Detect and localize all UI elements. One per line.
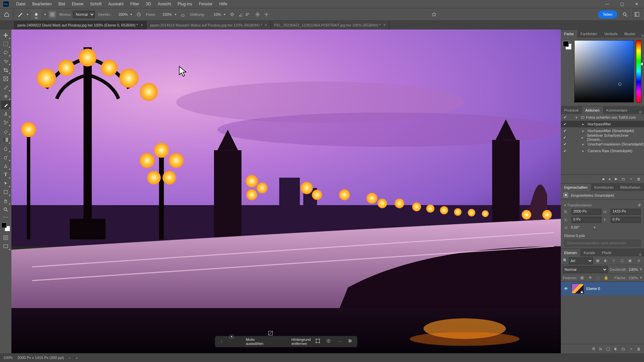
layer-name[interactable]: Ebene 0 — [586, 287, 600, 291]
angle-icon[interactable] — [237, 11, 245, 18]
pen-tool[interactable] — [1, 162, 11, 170]
lock-pixels-icon[interactable]: ▦ — [579, 276, 585, 280]
marquee-tool[interactable] — [1, 40, 11, 48]
chevron-down-icon[interactable]: ▾ — [640, 267, 642, 272]
brush-dropdown[interactable]: ▾ — [43, 12, 47, 17]
workspace-icon[interactable] — [633, 10, 641, 19]
opacity-dropdown[interactable]: ▾ — [129, 12, 134, 17]
action-row[interactable]: ✔▸ Unscharf maskieren (Smartobjekt) — [561, 141, 644, 147]
tab-kommentare[interactable]: Kommentare — [603, 107, 631, 114]
menu-plugins[interactable]: Plug-ins — [174, 2, 196, 6]
layer-thumbnail[interactable]: ▣ — [572, 284, 584, 294]
doc-tab-3[interactable]: PXL_20230422_122623454.PORTRAIT.jpg bei … — [271, 21, 389, 29]
brush-tool[interactable] — [1, 101, 11, 109]
action-row[interactable]: ✔▸ Selektiver Scharfzeichner (Smarto… — [561, 134, 644, 141]
panel-color-swatch[interactable] — [563, 41, 572, 50]
select-subject-button[interactable]: Motiv auswählen — [229, 334, 264, 349]
canvas-area[interactable]: ⋮ Motiv auswählen Hintergrund entfernen … — [11, 29, 561, 353]
filter-pixel-icon[interactable]: ▦ — [594, 257, 601, 264]
maximize-button[interactable]: ▢ — [614, 0, 629, 8]
action-row[interactable]: ✔▸ Hochpassfilter (Smartobjekt) — [561, 127, 644, 134]
menu-bearbeiten[interactable]: Bearbeiten — [29, 2, 55, 6]
menu-fenster[interactable]: Fenster — [196, 2, 216, 6]
layer-row[interactable]: 👁 ▣ Ebene 0 — [561, 282, 644, 295]
menu-hilfe[interactable]: Hilfe — [216, 2, 231, 6]
menu-filter[interactable]: Filter — [127, 2, 143, 6]
hand-tool[interactable] — [1, 196, 11, 205]
menu-auswahl[interactable]: Auswahl — [105, 2, 127, 6]
tab-protokoll[interactable]: Protokoll — [561, 107, 582, 114]
chevron-right-icon[interactable]: ▸ — [582, 122, 586, 126]
frame-tool[interactable] — [1, 74, 11, 83]
panel-menu-icon[interactable]: ≡ — [639, 34, 644, 38]
flow-dropdown[interactable]: ▾ — [173, 12, 178, 17]
adjustment-icon[interactable]: ◐ — [614, 347, 618, 351]
tab-pfade[interactable]: Pfade — [598, 249, 615, 256]
blend-mode-select[interactable]: Normal — [563, 266, 608, 273]
search-icon[interactable] — [621, 10, 629, 19]
generative-fill-icon[interactable] — [326, 339, 332, 345]
transform-icon[interactable] — [315, 339, 321, 345]
panel-menu-icon[interactable]: ≡ — [637, 252, 644, 256]
heal-tool[interactable] — [1, 92, 11, 101]
tool-preset-dropdown[interactable]: ▾ — [25, 12, 30, 17]
filter-type-icon[interactable]: T — [610, 257, 617, 264]
flip-h-icon[interactable]: ▾ — [594, 225, 596, 230]
play-icon[interactable]: ▶ — [615, 177, 618, 181]
menu-ansicht[interactable]: Ansicht — [154, 2, 174, 6]
smoothing-gear-icon[interactable] — [228, 11, 236, 18]
quick-mask-icon[interactable] — [1, 233, 11, 242]
chevron-down-icon[interactable]: ▾ — [576, 115, 580, 120]
shape-tool[interactable] — [1, 188, 11, 196]
panel-menu-icon[interactable]: ≡ — [637, 110, 644, 114]
lock-artboard-icon[interactable]: ⬚ — [595, 276, 601, 280]
layer-opacity-value[interactable]: 100% — [629, 267, 638, 272]
tab-aktionen[interactable]: Aktionen — [582, 107, 603, 114]
document-canvas[interactable]: ⋮ Motiv auswählen Hintergrund entfernen … — [11, 29, 561, 353]
share-button[interactable]: Teilen — [598, 10, 617, 18]
filter-smart-icon[interactable]: ▣ — [627, 257, 633, 264]
close-icon[interactable]: × — [141, 23, 143, 27]
fill-value[interactable]: 100% — [629, 276, 638, 280]
reset-icon[interactable]: ↺ — [638, 203, 641, 207]
width-input[interactable]: 2000 Px — [572, 209, 601, 215]
new-action-icon[interactable]: ＋ — [629, 176, 633, 181]
action-set-row[interactable]: ✔ ▾ 🗀 Fotos schärfen von TutKit.com — [561, 114, 644, 121]
eraser-tool[interactable] — [1, 127, 11, 135]
link-icon[interactable]: ⧉ — [592, 347, 595, 351]
height-input[interactable]: 1415 Px — [611, 209, 641, 215]
smoothing-value[interactable]: 10% — [206, 12, 221, 16]
tab-bibliotheken[interactable]: Bibliotheken — [617, 184, 644, 191]
comment-icon[interactable] — [430, 11, 438, 18]
group-icon[interactable]: 🗀 — [622, 347, 625, 351]
angle-value[interactable]: 0° — [246, 12, 250, 16]
menu-datei[interactable]: Datei — [13, 2, 29, 6]
lasso-tool[interactable] — [1, 48, 11, 57]
trash-icon[interactable]: 🗑 — [637, 347, 641, 351]
mode-select[interactable]: Normal — [73, 11, 95, 18]
toggle-icon[interactable]: ✔ — [562, 115, 568, 120]
tab-eigenschaften[interactable]: Eigenschaften — [561, 184, 591, 191]
edit-toolbar[interactable]: ⋯ — [1, 214, 11, 220]
dodge-tool[interactable] — [1, 153, 11, 162]
minimize-button[interactable]: — — [600, 0, 614, 8]
doc-dimensions[interactable]: 2000 Px x 1415 Px (300 ppi) — [17, 356, 64, 360]
symmetry-icon[interactable] — [263, 11, 270, 18]
lock-all-icon[interactable]: 🔒 — [603, 276, 609, 280]
smoothing-dropdown[interactable]: ▾ — [222, 12, 227, 17]
move-tool[interactable] — [1, 31, 11, 40]
drag-handle-icon[interactable]: ⋮ — [219, 339, 225, 345]
filter-shape-icon[interactable]: ◻ — [619, 257, 625, 264]
lock-position-icon[interactable]: ✜ — [587, 276, 593, 280]
doc-tab-2[interactable]: japan-2014618 Masashi Wakui auf Pixabay.… — [147, 21, 271, 29]
flow-value[interactable]: 100% — [157, 12, 172, 16]
pressure-size-icon[interactable] — [254, 11, 261, 18]
eyedropper-tool[interactable] — [1, 83, 11, 92]
filter-toggle[interactable]: ⊘ — [635, 257, 642, 264]
close-icon[interactable]: × — [265, 23, 267, 27]
menu-bild[interactable]: Bild — [55, 2, 68, 6]
opacity-pressure-icon[interactable] — [135, 11, 143, 18]
quick-select-tool[interactable] — [1, 57, 11, 66]
type-tool[interactable]: T — [1, 170, 11, 179]
doc-tab-1[interactable]: paris-2499022 David Mark auf Pixabay.jpg… — [14, 21, 147, 29]
